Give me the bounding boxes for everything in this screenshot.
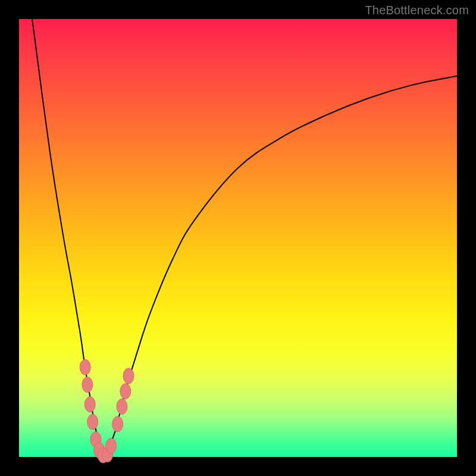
data-marker: [112, 416, 123, 432]
bottleneck-curve-left: [32, 19, 102, 457]
chart-frame: TheBottleneck.com: [0, 0, 476, 476]
plot-area: [19, 19, 457, 457]
curve-layer: [19, 19, 457, 457]
data-marker: [87, 414, 98, 430]
data-marker: [84, 397, 95, 412]
data-marker: [117, 399, 127, 414]
data-marker: [82, 377, 93, 393]
data-marker: [80, 359, 90, 375]
watermark-text: TheBottleneck.com: [365, 4, 469, 17]
data-marker: [120, 384, 131, 399]
data-marker: [106, 439, 117, 454]
marker-group: [80, 359, 134, 463]
data-marker: [123, 368, 134, 384]
bottleneck-curve-right: [102, 76, 457, 457]
